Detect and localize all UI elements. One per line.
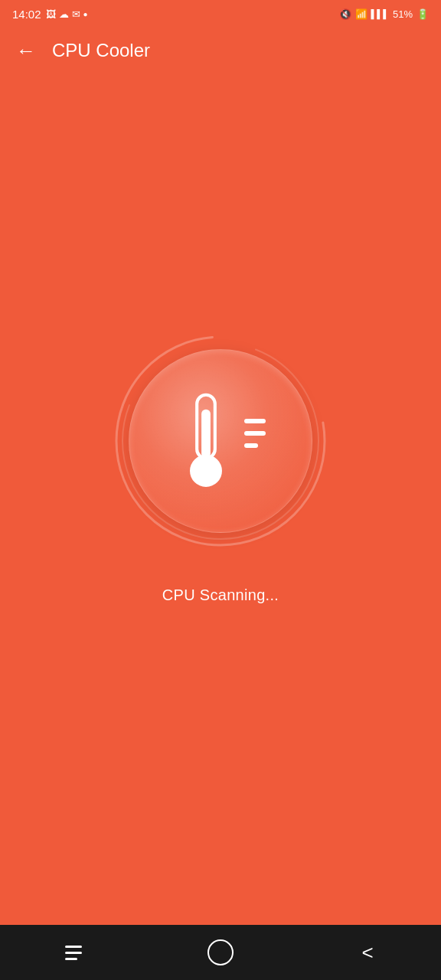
nav-home-button[interactable]: [198, 937, 243, 968]
mute-icon: 🔇: [339, 8, 351, 20]
back-chevron-icon: <: [361, 941, 373, 965]
nav-recents-button[interactable]: [51, 937, 96, 968]
signal-icon: ▌▌▌: [371, 9, 389, 18]
thermo-lines: [244, 419, 266, 448]
circle-container: [113, 334, 328, 548]
cloud-icon: ☁: [59, 8, 69, 20]
home-icon: [207, 939, 234, 965]
status-bar-left: 14:02 🖼 ☁ ✉ ●: [12, 8, 88, 21]
recents-line-2: [65, 952, 82, 954]
scanning-text: CPU Scanning...: [162, 586, 279, 604]
back-button[interactable]: ←: [12, 37, 40, 64]
thermo-line-1: [244, 419, 266, 423]
status-icons-left: 🖼 ☁ ✉ ●: [46, 8, 88, 20]
wifi-icon: 📶: [355, 8, 368, 20]
status-bar: 14:02 🖼 ☁ ✉ ● 🔇 📶 ▌▌▌ 51% 🔋: [0, 0, 441, 28]
status-bar-right: 🔇 📶 ▌▌▌ 51% 🔋: [339, 8, 429, 20]
svg-point-4: [191, 456, 220, 485]
battery-icon: 🔋: [416, 8, 429, 20]
mail-icon: ✉: [72, 8, 80, 20]
battery-text: 51%: [393, 8, 413, 20]
recents-line-1: [65, 946, 82, 948]
app-bar: ← CPU Cooler: [0, 28, 441, 74]
svg-rect-3: [201, 409, 211, 458]
recents-line-3: [65, 958, 77, 960]
nav-back-button[interactable]: <: [345, 937, 390, 968]
main-content: CPU Scanning...: [0, 74, 441, 925]
dot-icon: ●: [83, 10, 88, 18]
thermometer-icon: [175, 391, 266, 491]
thermo-line-2: [244, 431, 266, 436]
app-title: CPU Cooler: [52, 40, 150, 61]
thermo-line-3: [244, 443, 258, 448]
nav-bar: <: [0, 925, 441, 980]
recents-icon: [65, 946, 82, 960]
inner-circle: [129, 349, 312, 533]
thermometer-svg: [175, 391, 237, 491]
status-time: 14:02: [12, 8, 41, 21]
photo-icon: 🖼: [46, 8, 56, 20]
